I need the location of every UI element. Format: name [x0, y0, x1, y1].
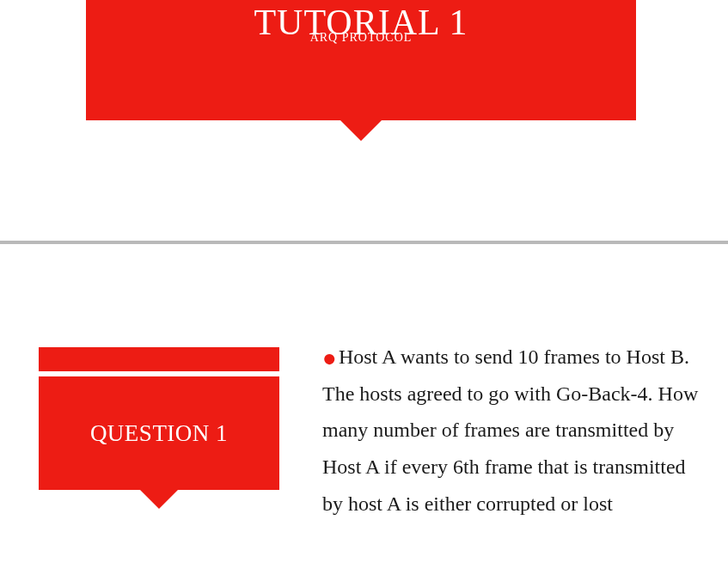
- slide-2: QUESTION 1 ●Host A wants to send 10 fram…: [0, 244, 728, 581]
- title-banner: TUTORIAL 1 ARQ PROTOCOL: [86, 0, 636, 120]
- tutorial-subtitle: ARQ PROTOCOL: [86, 31, 636, 45]
- slide-1: TUTORIAL 1 ARQ PROTOCOL: [0, 0, 728, 241]
- bullet-icon: ●: [322, 345, 337, 371]
- question-banner-topbar: [39, 347, 279, 371]
- question-banner-group: QUESTION 1: [39, 347, 279, 490]
- question-banner: QUESTION 1: [39, 376, 279, 490]
- question-body: ●Host A wants to send 10 frames to Host …: [322, 339, 705, 523]
- question-label: QUESTION 1: [90, 420, 228, 447]
- question-text: Host A wants to send 10 frames to Host B…: [322, 346, 698, 515]
